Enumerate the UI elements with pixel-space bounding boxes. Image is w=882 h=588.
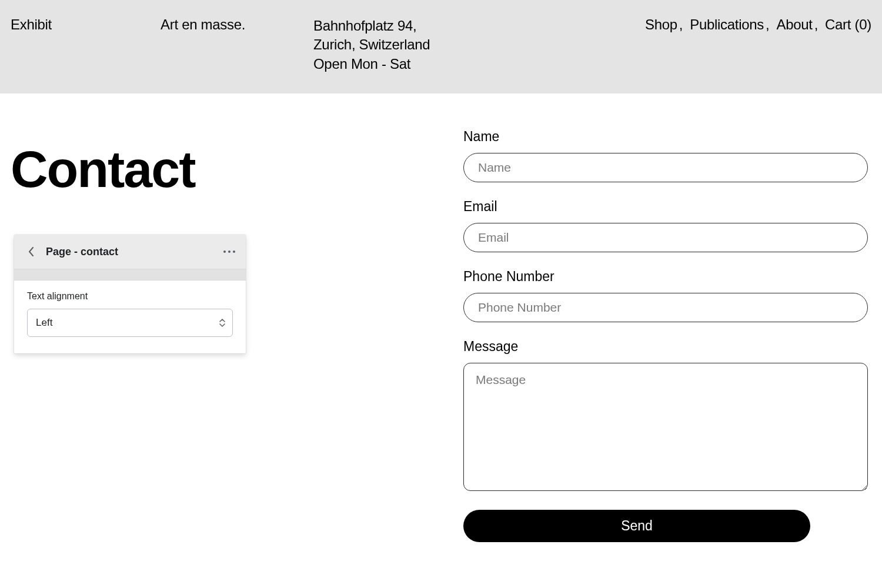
site-header: Exhibit Art en masse. Bahnhofplatz 94, Z… <box>0 0 882 93</box>
dots-icon <box>228 250 230 253</box>
dots-icon <box>223 250 226 253</box>
nav-separator: , <box>814 16 818 33</box>
address-line-3: Open Mon - Sat <box>313 55 531 74</box>
back-button[interactable] <box>25 245 38 258</box>
address-line-1: Bahnhofplatz 94, <box>313 16 531 35</box>
field-name: Name <box>463 129 868 182</box>
nav-link-about[interactable]: About <box>776 16 812 33</box>
nav-link-publications[interactable]: Publications <box>690 16 764 33</box>
panel-body: Text alignment Left <box>14 280 246 353</box>
cart-label: Cart <box>825 16 851 32</box>
brand-logo[interactable]: Exhibit <box>11 16 161 33</box>
label-phone: Phone Number <box>463 269 868 285</box>
page-body: Contact Page - contact Text alignment Le… <box>0 93 882 542</box>
panel-divider <box>14 269 246 280</box>
label-message: Message <box>463 339 868 355</box>
field-email: Email <box>463 199 868 252</box>
address-line-2: Zurich, Switzerland <box>313 35 531 54</box>
input-email[interactable] <box>463 223 868 252</box>
select-value: Left <box>36 317 52 329</box>
label-name: Name <box>463 129 868 145</box>
field-phone: Phone Number <box>463 269 868 322</box>
page-title: Contact <box>11 139 463 199</box>
address-block: Bahnhofplatz 94, Zurich, Switzerland Ope… <box>313 16 531 74</box>
setting-label-text-alignment: Text alignment <box>27 291 233 302</box>
field-message: Message <box>463 339 868 493</box>
primary-nav: Shop, Publications, About, Cart (0) <box>531 16 871 33</box>
label-email: Email <box>463 199 868 215</box>
settings-panel: Page - contact Text alignment Left <box>14 235 246 353</box>
text-alignment-select[interactable]: Left <box>27 309 233 337</box>
cart-count: 0 <box>859 16 867 32</box>
chevron-left-icon <box>28 247 34 256</box>
nav-link-cart[interactable]: Cart (0) <box>825 16 871 33</box>
tagline: Art en masse. <box>161 16 313 33</box>
input-phone[interactable] <box>463 293 868 322</box>
submit-button[interactable]: Send <box>463 510 810 542</box>
select-caret-icon <box>219 319 225 327</box>
left-column: Contact Page - contact Text alignment Le… <box>11 129 463 542</box>
panel-header: Page - contact <box>14 235 246 269</box>
nav-link-shop[interactable]: Shop <box>645 16 677 33</box>
input-name[interactable] <box>463 153 868 182</box>
dots-icon <box>233 250 235 253</box>
more-actions-button[interactable] <box>223 250 235 253</box>
nav-separator: , <box>679 16 683 33</box>
input-message[interactable] <box>463 363 868 491</box>
nav-separator: , <box>766 16 769 33</box>
panel-title: Page - contact <box>46 246 118 258</box>
contact-form: Name Email Phone Number Message Send <box>463 129 871 542</box>
